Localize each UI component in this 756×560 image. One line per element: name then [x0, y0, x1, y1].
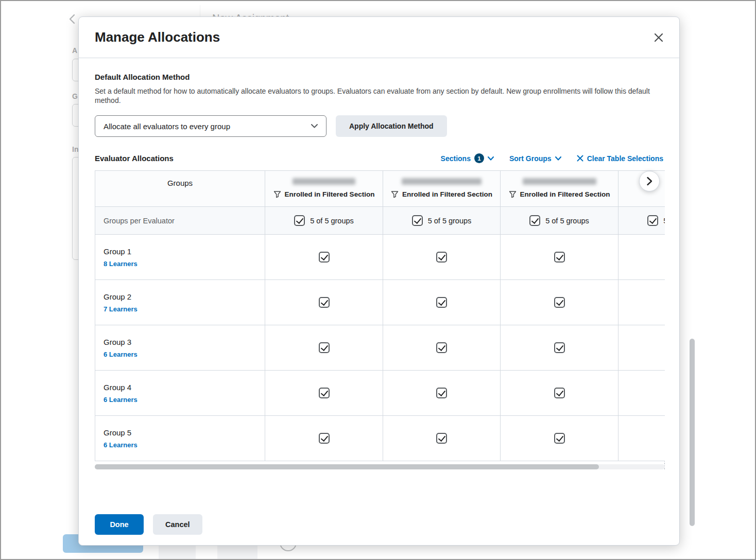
chevron-down-icon — [311, 124, 318, 128]
manage-allocations-dialog: Manage Allocations Default Allocation Me… — [78, 16, 680, 546]
enrolled-filter-indicator: Enrolled in Filtered Section — [391, 190, 492, 198]
filter-funnel-icon — [273, 190, 281, 198]
enrolled-filter-label: Enrolled in Filtered Section — [285, 190, 375, 198]
close-icon[interactable] — [649, 28, 668, 47]
sort-groups-label: Sort Groups — [509, 154, 552, 163]
learners-link[interactable]: 8 Learners — [104, 260, 138, 268]
allocation-checkbox[interactable] — [319, 342, 330, 353]
allocation-cell — [265, 280, 383, 325]
default-method-description: Set a default method for how to automati… — [95, 86, 663, 105]
allocation-checkbox[interactable] — [554, 388, 565, 398]
sections-count-badge: 1 — [474, 153, 484, 163]
select-all-checkbox[interactable] — [412, 215, 423, 226]
dialog-footer: Done Cancel — [95, 514, 202, 535]
group-row-header: Group 1 8 Learners — [95, 235, 265, 280]
allocation-summary-text: 5 of 5 groups — [428, 217, 472, 225]
filter-funnel-icon — [509, 190, 517, 198]
allocation-checkbox[interactable] — [319, 297, 330, 308]
cancel-button[interactable]: Cancel — [153, 514, 202, 535]
allocation-checkbox[interactable] — [554, 433, 565, 444]
allocation-cell-clipped — [618, 416, 665, 461]
clear-table-selections-link[interactable]: Clear Table Selections — [577, 154, 663, 163]
clear-link-label: Clear Table Selections — [587, 154, 663, 163]
table-scrollbar-horizontal[interactable] — [95, 464, 665, 469]
allocations-table-clip: Groups Enrolled in Filtered Section — [95, 170, 665, 461]
allocation-method-select[interactable]: Allocate all evaluators to every group — [95, 115, 327, 137]
column-summary-cell: 5 of 5 groups — [265, 207, 383, 235]
evaluator-allocations-header: Evaluator Allocations Sections 1 Sort Gr… — [95, 153, 663, 163]
learners-link[interactable]: 6 Learners — [104, 441, 138, 449]
column-summary-cell-clipped: 5 of 5 groups — [618, 207, 665, 235]
allocation-cell — [383, 371, 501, 416]
apply-allocation-method-button[interactable]: Apply Allocation Method — [336, 115, 447, 137]
column-summary-cell: 5 of 5 groups — [383, 207, 501, 235]
allocations-table: Groups Enrolled in Filtered Section — [95, 170, 665, 461]
sections-filter-link[interactable]: Sections 1 — [441, 153, 494, 163]
evaluator-column-header: Enrolled in Filtered Section — [501, 171, 618, 207]
allocation-summary-text: 5 of 5 groups — [663, 217, 665, 225]
allocation-cell — [265, 371, 383, 416]
dialog-body: Default Allocation Method Set a default … — [79, 73, 679, 469]
enrolled-filter-label: Enrolled in Filtered Section — [402, 190, 492, 198]
allocations-table-region: Groups Enrolled in Filtered Section — [95, 170, 665, 469]
allocation-cell — [383, 235, 501, 280]
allocation-checkbox[interactable] — [554, 342, 565, 353]
sections-link-label: Sections — [441, 154, 471, 163]
allocation-checkbox[interactable] — [319, 388, 330, 398]
allocation-checkbox[interactable] — [436, 342, 447, 353]
evaluator-name-redacted — [523, 178, 596, 185]
table-scrollbar-thumb[interactable] — [95, 464, 599, 469]
allocation-checkbox[interactable] — [436, 297, 447, 308]
allocation-checkbox[interactable] — [436, 433, 447, 444]
group-name: Group 5 — [104, 428, 131, 437]
dialog-header: Manage Allocations — [79, 17, 679, 58]
evaluator-column-header: Enrolled in Filtered Section — [383, 171, 501, 207]
allocation-cell — [383, 280, 501, 325]
group-name: Group 2 — [104, 292, 131, 301]
allocation-cell-clipped — [618, 371, 665, 416]
evaluator-column-header: Enrolled in Filtered Section — [265, 171, 383, 207]
chevron-down-icon — [488, 156, 494, 161]
group-row-header: Group 5 6 Learners — [95, 416, 265, 461]
allocation-summary-text: 5 of 5 groups — [545, 217, 589, 225]
learners-link[interactable]: 6 Learners — [104, 351, 138, 358]
select-all-checkbox[interactable] — [294, 215, 305, 226]
allocation-cell-clipped — [618, 280, 665, 325]
select-all-checkbox[interactable] — [529, 215, 540, 226]
default-method-controls: Allocate all evaluators to every group A… — [95, 115, 663, 137]
allocation-cell — [501, 416, 618, 461]
group-row-header: Group 2 7 Learners — [95, 280, 265, 325]
enrolled-filter-label: Enrolled in Filtered Section — [520, 190, 610, 198]
allocation-checkbox[interactable] — [319, 433, 330, 444]
evaluator-allocations-heading: Evaluator Allocations — [95, 154, 174, 163]
allocation-cell — [501, 371, 618, 416]
group-row-header: Group 3 6 Learners — [95, 325, 265, 371]
allocation-checkbox[interactable] — [436, 252, 447, 262]
filter-funnel-icon — [391, 190, 399, 198]
default-method-heading: Default Allocation Method — [95, 73, 663, 81]
enrolled-filter-indicator: Enrolled in Filtered Section — [273, 190, 375, 198]
allocation-checkbox[interactable] — [554, 297, 565, 308]
allocation-checkbox[interactable] — [436, 388, 447, 398]
allocation-checkbox[interactable] — [554, 252, 565, 262]
sort-groups-link[interactable]: Sort Groups — [509, 154, 561, 163]
allocation-cell — [265, 416, 383, 461]
screen: New Assignment A G In ? Manage Allocatio… — [0, 0, 756, 560]
groups-per-evaluator-label: Groups per Evaluator — [95, 207, 265, 235]
learners-link[interactable]: 7 Learners — [104, 305, 138, 313]
allocation-checkbox[interactable] — [319, 252, 330, 262]
done-button[interactable]: Done — [95, 514, 144, 535]
allocation-cell — [501, 235, 618, 280]
allocation-cell — [265, 235, 383, 280]
learners-link[interactable]: 6 Learners — [104, 396, 138, 404]
select-all-checkbox[interactable] — [647, 215, 658, 226]
group-name: Group 4 — [104, 383, 131, 392]
page-scrollbar-vertical[interactable] — [690, 339, 695, 526]
allocation-cell — [501, 280, 618, 325]
allocation-cell — [383, 416, 501, 461]
allocation-cell — [265, 325, 383, 371]
allocation-method-value: Allocate all evaluators to every group — [104, 122, 230, 131]
evaluator-name-redacted — [293, 178, 355, 185]
evaluator-name-redacted — [402, 178, 482, 185]
group-name: Group 1 — [104, 247, 131, 256]
